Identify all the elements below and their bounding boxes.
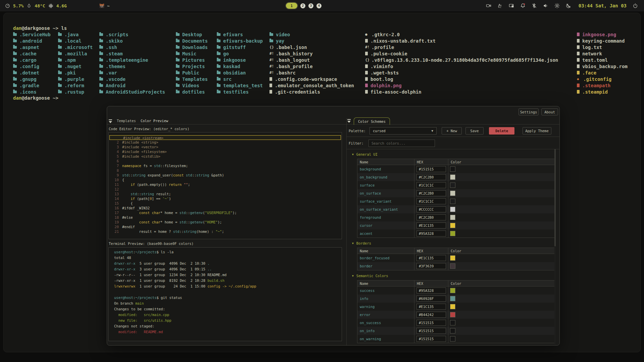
color-swatch[interactable] xyxy=(450,320,455,325)
section-header[interactable]: ▼Semantic Colors xyxy=(352,274,558,278)
collapse-pane-icon[interactable] xyxy=(347,119,351,122)
color-swatch[interactable] xyxy=(450,231,455,236)
file-entry: .java xyxy=(58,31,93,38)
clock[interactable]: 03:44 Sat, Jan 03 xyxy=(579,3,627,8)
hex-input[interactable]: #CCCCCC xyxy=(416,206,446,212)
settings-button[interactable]: Settings xyxy=(518,108,539,115)
tab-color-preview[interactable]: Color Preview xyxy=(141,119,168,123)
color-swatch[interactable] xyxy=(450,288,455,293)
screen-record-icon[interactable] xyxy=(486,3,492,9)
file-name: Pictures xyxy=(182,57,205,63)
hex-input[interactable]: #E1C135 xyxy=(416,255,446,261)
table-row[interactable]: border#3F3639 xyxy=(357,262,555,270)
scrollbar[interactable] xyxy=(554,149,556,344)
workspace-2[interactable]: 2 xyxy=(300,3,305,8)
hex-input[interactable]: #B44242 xyxy=(416,312,446,318)
hex-input[interactable]: #1C1C1C xyxy=(416,198,446,204)
notification-bell-icon[interactable] xyxy=(520,3,526,9)
column-header: Color xyxy=(448,248,555,254)
table-row[interactable]: info#60928F xyxy=(357,295,555,303)
table-row[interactable]: accent#95A328 xyxy=(357,229,555,238)
color-swatch[interactable] xyxy=(450,255,455,261)
volume-icon[interactable] xyxy=(543,3,549,9)
save-button[interactable]: Save xyxy=(465,127,484,135)
table-row[interactable]: border_focused#E1C135 xyxy=(357,254,555,262)
hex-input[interactable]: #C2C2B0 xyxy=(416,214,446,220)
workspace-1[interactable]: 1 xyxy=(286,3,297,9)
table-row[interactable]: foreground#C2C2B0 xyxy=(357,213,555,221)
hex-input[interactable]: #95A328 xyxy=(416,288,446,294)
focused-window-title: ~ xyxy=(107,3,110,8)
hex-cell: #B44242 xyxy=(414,311,448,319)
scrollbar-thumb[interactable] xyxy=(554,149,556,246)
color-swatch[interactable] xyxy=(450,223,455,228)
night-light-off-icon[interactable] xyxy=(566,3,572,9)
apply-theme-button[interactable]: Apply Theme xyxy=(523,127,551,135)
color-swatch[interactable] xyxy=(450,183,455,188)
table-row[interactable]: error#B44242 xyxy=(357,311,555,319)
hex-input[interactable]: #151515 xyxy=(416,336,446,342)
ls-column: .java.local.microsoft.mozilla.npm.nuget.… xyxy=(58,31,93,95)
section-header[interactable]: ▼General UI xyxy=(352,152,558,156)
color-name: background xyxy=(357,165,414,173)
table-row[interactable]: surface#1C1C1C xyxy=(357,181,555,189)
table-row[interactable]: on_surface#C2C2B0 xyxy=(357,189,555,197)
hex-input[interactable]: #3F3639 xyxy=(416,263,446,269)
hex-input[interactable]: #151515 xyxy=(416,166,446,172)
code-line: 8 xyxy=(109,168,342,173)
file-name: .var xyxy=(106,70,117,75)
brightness-icon[interactable] xyxy=(554,3,560,9)
color-swatch[interactable] xyxy=(450,296,455,301)
hex-input[interactable]: #C2C2B0 xyxy=(416,190,446,196)
color-swatch[interactable] xyxy=(450,328,455,333)
power-icon[interactable] xyxy=(632,3,638,9)
fire-mode-icon[interactable] xyxy=(497,3,503,9)
color-swatch[interactable] xyxy=(450,336,455,342)
hex-input[interactable]: #95A328 xyxy=(416,230,446,237)
tab-color-schemes[interactable]: Color Schemes xyxy=(354,117,390,125)
table-row[interactable]: on_info#151515 xyxy=(357,327,555,335)
search-colors-input[interactable] xyxy=(368,140,435,147)
color-swatch[interactable] xyxy=(450,166,455,172)
hex-input[interactable]: #60928F xyxy=(416,296,446,302)
delete-button[interactable]: Delete xyxy=(489,127,514,135)
screen-lock-icon[interactable] xyxy=(509,3,514,9)
folder-icon xyxy=(217,91,220,93)
memory-usage: 4.6G xyxy=(56,3,67,8)
hex-input[interactable]: #1C1C1C xyxy=(416,182,446,188)
hex-input[interactable]: #151515 xyxy=(416,328,446,334)
section-header[interactable]: ▼Borders xyxy=(352,241,558,245)
color-swatch[interactable] xyxy=(450,312,455,317)
hex-input[interactable]: #E1C135 xyxy=(416,222,446,228)
table-row[interactable]: on_surface_variant#CCCCCC xyxy=(357,205,555,213)
table-row[interactable]: surface_variant#1C1C1C xyxy=(357,197,555,205)
new-palette-button[interactable]: + New xyxy=(442,127,462,135)
palette-dropdown[interactable]: cursed ▼ xyxy=(369,127,437,135)
color-swatch[interactable] xyxy=(450,207,455,212)
workspace-4[interactable]: 4 xyxy=(316,3,321,8)
code-line: 14 if (path[0] == '~') xyxy=(109,196,342,201)
collapse-pane-icon[interactable] xyxy=(109,119,112,122)
color-swatch[interactable] xyxy=(450,304,455,309)
color-swatch[interactable] xyxy=(450,215,455,220)
table-row[interactable]: cursor#E1C135 xyxy=(357,221,555,229)
table-row[interactable]: success#95A328 xyxy=(357,287,555,295)
color-swatch[interactable] xyxy=(450,174,455,180)
color-swatch[interactable] xyxy=(450,191,455,196)
file-name: .babel.json xyxy=(276,45,307,50)
color-swatch[interactable] xyxy=(450,263,455,269)
about-button[interactable]: About xyxy=(541,108,558,115)
table-row[interactable]: warning#E1C135 xyxy=(357,303,555,311)
color-swatch[interactable] xyxy=(450,199,455,204)
hex-input[interactable]: #151515 xyxy=(416,320,446,326)
table-row[interactable]: on_background#C2C2B0 xyxy=(357,173,555,181)
table-row[interactable]: on_success#151515 xyxy=(357,319,555,327)
tab-templates[interactable]: Templates xyxy=(117,119,136,123)
table-row[interactable]: background#151515 xyxy=(357,165,555,173)
table-row[interactable]: on_warning#151515 xyxy=(357,335,555,343)
hex-input[interactable]: #C2C2B0 xyxy=(416,174,446,180)
bluetooth-off-icon[interactable] xyxy=(532,3,537,9)
workspace-3[interactable]: 3 xyxy=(308,3,313,8)
focused-app-indicator[interactable]: ~ xyxy=(99,3,110,9)
hex-input[interactable]: #E1C135 xyxy=(416,304,446,310)
